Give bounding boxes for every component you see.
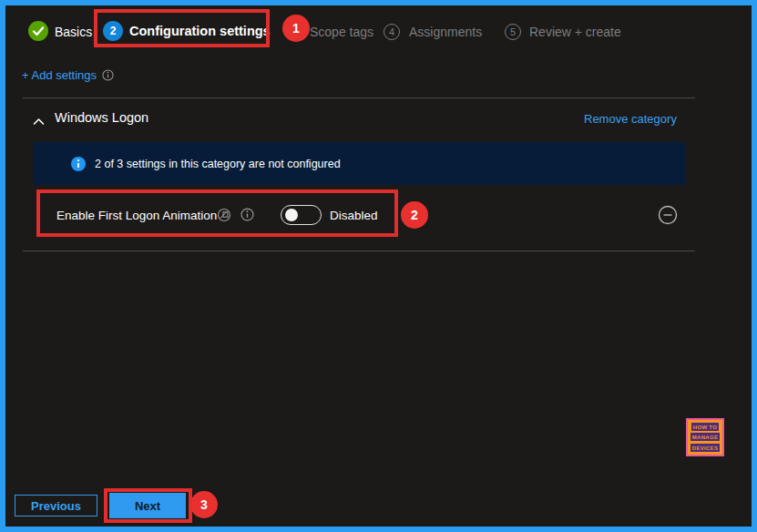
- setting-label: Enable First Logon Animation: [56, 209, 217, 222]
- banner-text: 2 of 3 settings in this category are not…: [95, 158, 341, 170]
- category-title: Windows Logon: [55, 110, 148, 125]
- annotation-badge-3: 3: [190, 491, 218, 518]
- setting-value: Disabled: [330, 209, 378, 222]
- add-settings-row: + Add settings: [22, 68, 114, 82]
- divider-bottom: [23, 251, 695, 251]
- annotation-badge-1: 1: [282, 15, 310, 42]
- remove-category-link[interactable]: Remove category: [584, 112, 677, 126]
- minus-circle-icon: [658, 205, 678, 225]
- tab-basics-label: Basics: [55, 24, 92, 40]
- tab-configuration-settings-label: Configuration settings: [129, 23, 271, 39]
- tab-assignments-label: Assignments: [409, 24, 482, 40]
- add-settings-link[interactable]: + Add settings: [22, 68, 97, 82]
- toggle-knob: [285, 209, 298, 221]
- next-button[interactable]: Next: [109, 493, 186, 518]
- divider-top: [23, 97, 695, 98]
- check-circle-icon: [28, 21, 48, 41]
- howtomanagedevices-logo: HOW TO MANAGE DEVICES: [686, 418, 724, 456]
- step-4-number-circle: 4: [384, 24, 400, 40]
- step-2-number-circle: 2: [103, 21, 123, 41]
- annotation-badge-2: 2: [401, 201, 428, 229]
- intune-wizard-screen: Basics 2 Configuration settings 3 Scope …: [0, 0, 757, 532]
- logo-line-3: DEVICES: [690, 443, 721, 453]
- logo-line-1: HOW TO: [691, 423, 719, 431]
- logo-line-2: MANAGE: [690, 432, 721, 442]
- collapse-category-button[interactable]: [33, 115, 45, 128]
- tab-scope-tags-label: Scope tags: [310, 24, 373, 40]
- setting-info-icon[interactable]: [240, 208, 254, 224]
- setting-toggle[interactable]: [281, 205, 322, 225]
- tab-review-create-label: Review + create: [529, 24, 621, 40]
- previous-button[interactable]: Previous: [15, 495, 97, 517]
- info-banner: 2 of 3 settings in this category are not…: [33, 142, 685, 185]
- chevron-up-icon: [33, 118, 45, 126]
- info-icon[interactable]: [102, 69, 114, 81]
- info-filled-icon: [71, 157, 86, 171]
- remove-setting-button[interactable]: [658, 205, 678, 228]
- step-5-number-circle: 5: [505, 24, 521, 40]
- applicability-icon: [217, 208, 231, 226]
